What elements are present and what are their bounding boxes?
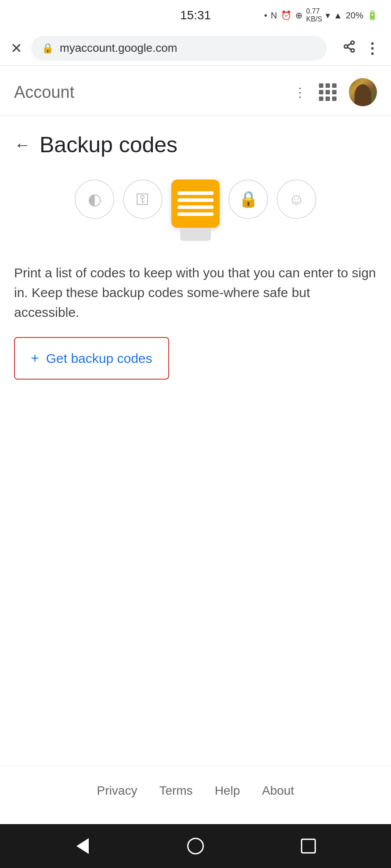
- get-codes-label: Get backup codes: [46, 351, 152, 366]
- more-button[interactable]: ⋮: [365, 41, 380, 56]
- icons-row: ◐ ⚿ 🔒 ☺: [0, 166, 391, 250]
- browser-bar: ✕ 🔒 myaccount.google.com ⋮: [0, 31, 391, 66]
- account-header: Account ⋮: [0, 66, 391, 115]
- get-backup-codes-button[interactable]: + Get backup codes: [14, 337, 169, 380]
- nav-home-button[interactable]: [182, 833, 209, 859]
- speed-indicator: 0.77KB/S: [306, 7, 322, 23]
- privacy-link[interactable]: Privacy: [97, 784, 138, 798]
- lock-icon: 🔒: [239, 190, 258, 208]
- grid-apps-icon[interactable]: [319, 83, 337, 101]
- bluetooth-icon: ⊕: [295, 10, 303, 21]
- close-button[interactable]: ✕: [11, 40, 22, 57]
- page-title: Backup codes: [40, 132, 177, 158]
- avatar[interactable]: [349, 78, 377, 106]
- back-button[interactable]: ←: [14, 136, 31, 154]
- nav-back-button[interactable]: [69, 833, 96, 859]
- plus-icon: +: [31, 350, 39, 366]
- terms-link[interactable]: Terms: [159, 784, 192, 798]
- status-time: 15:31: [180, 8, 211, 22]
- wifi-icon: ▾: [326, 10, 330, 21]
- url-bar[interactable]: 🔒 myaccount.google.com: [31, 36, 327, 61]
- footer: Privacy Terms Help About: [0, 766, 391, 824]
- help-link[interactable]: Help: [215, 784, 240, 798]
- back-triangle-icon: [76, 838, 89, 854]
- battery-level: 20%: [346, 11, 363, 21]
- person-icon: ☺: [289, 190, 305, 208]
- alarm-icon: ⏰: [281, 10, 292, 21]
- backup-codes-icon: [171, 179, 220, 228]
- vertical-dots-icon[interactable]: ⋮: [294, 85, 307, 100]
- lock-icon: 🔒: [42, 43, 54, 54]
- header-icons: ⋮: [294, 78, 377, 106]
- nfc-icon: N: [271, 11, 277, 21]
- svg-line-3: [348, 47, 351, 50]
- share-button[interactable]: [343, 40, 356, 56]
- divider: [0, 115, 391, 115]
- dot-indicator: •: [264, 11, 267, 21]
- nav-recents-button[interactable]: [295, 833, 322, 859]
- key-icon-circle: ⚿: [123, 179, 163, 219]
- lock-icon-circle: 🔒: [228, 179, 268, 219]
- nav-bar: [0, 824, 391, 868]
- description: Print a list of codes to keep with you t…: [0, 250, 391, 333]
- contrast-icon: ◐: [88, 190, 101, 208]
- icon-stand: [180, 228, 211, 241]
- backup-codes-icon-wrap: [171, 179, 220, 241]
- contrast-icon-circle: ◐: [75, 179, 114, 219]
- key-icon: ⚿: [136, 191, 150, 208]
- signal-icon: ▲: [333, 11, 342, 21]
- status-icons: • N ⏰ ⊕ 0.77KB/S ▾ ▲ 20% 🔋: [264, 7, 378, 23]
- page-title-area: ← Backup codes: [0, 120, 391, 166]
- recents-square-icon: [301, 839, 316, 854]
- home-circle-icon: [187, 838, 204, 854]
- status-bar: 15:31 • N ⏰ ⊕ 0.77KB/S ▾ ▲ 20% 🔋: [0, 0, 391, 31]
- battery-icon: 🔋: [367, 10, 378, 21]
- url-text: myaccount.google.com: [60, 41, 177, 55]
- svg-line-4: [348, 43, 351, 46]
- about-link[interactable]: About: [262, 784, 294, 798]
- person-icon-circle: ☺: [277, 179, 316, 219]
- account-title: Account: [14, 83, 294, 102]
